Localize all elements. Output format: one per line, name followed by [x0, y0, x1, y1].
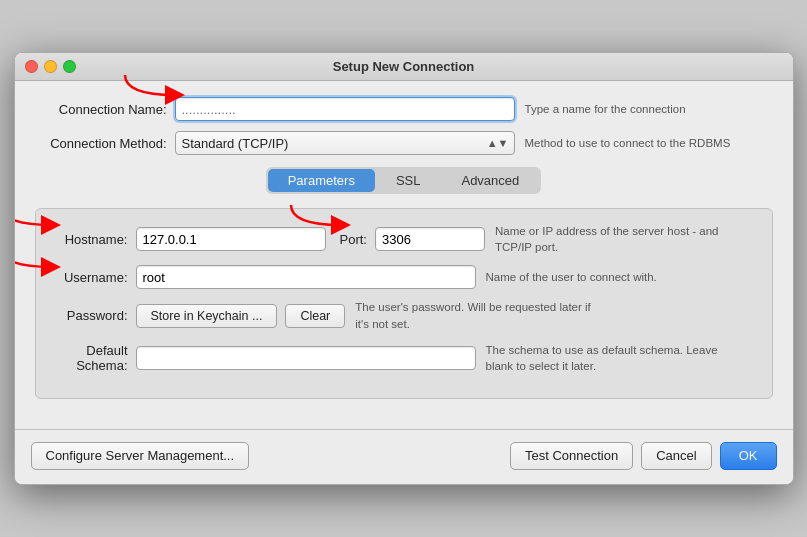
dialog-footer: Configure Server Management... Test Conn…: [15, 429, 793, 484]
connection-method-select[interactable]: Standard (TCP/IP): [175, 131, 515, 155]
main-window: Setup New Connection Connection Name: Ty…: [14, 52, 794, 485]
tab-bar: Parameters SSL Advanced: [266, 167, 542, 194]
arrow-hostname: [14, 205, 61, 235]
footer-left: Configure Server Management...: [31, 442, 250, 470]
username-input[interactable]: [136, 265, 476, 289]
connection-method-hint: Method to use to connect to the RDBMS: [525, 135, 731, 151]
tabs-container: Parameters SSL Advanced: [35, 167, 773, 194]
hostname-hint: Name or IP address of the server host - …: [495, 223, 735, 255]
port-input[interactable]: [375, 227, 485, 251]
connection-name-input[interactable]: [175, 97, 515, 121]
connection-method-label: Connection Method:: [35, 136, 175, 151]
arrow-port: [281, 205, 351, 235]
window-title: Setup New Connection: [333, 59, 475, 74]
minimize-button[interactable]: [44, 60, 57, 73]
tab-advanced[interactable]: Advanced: [441, 169, 539, 192]
password-hint: The user's password. Will be requested l…: [355, 299, 595, 331]
test-connection-button[interactable]: Test Connection: [510, 442, 633, 470]
connection-name-hint: Type a name for the connection: [525, 101, 686, 117]
dialog-content: Connection Name: Type a name for the con…: [15, 81, 793, 429]
params-section: Hostname: Port: Name or IP address of th…: [35, 208, 773, 399]
username-hint: Name of the user to connect with.: [486, 269, 657, 285]
arrow-connection-name: [115, 75, 185, 105]
traffic-lights: [25, 60, 76, 73]
default-schema-hint: The schema to use as default schema. Lea…: [486, 342, 726, 374]
arrow-username: [14, 247, 61, 277]
hostname-row: Hostname: Port: Name or IP address of th…: [46, 223, 762, 255]
cancel-button[interactable]: Cancel: [641, 442, 711, 470]
username-row: Username: Name of the user to connect wi…: [46, 265, 762, 289]
password-row: Password: Store in Keychain ... Clear Th…: [46, 299, 762, 331]
footer-right: Test Connection Cancel OK: [510, 442, 777, 470]
connection-method-wrapper: Standard (TCP/IP) ▲▼: [175, 131, 515, 155]
connection-method-row: Connection Method: Standard (TCP/IP) ▲▼ …: [35, 131, 773, 155]
default-schema-input[interactable]: [136, 346, 476, 370]
tab-ssl[interactable]: SSL: [376, 169, 441, 192]
password-label: Password:: [46, 308, 136, 323]
store-keychain-button[interactable]: Store in Keychain ...: [136, 304, 278, 328]
maximize-button[interactable]: [63, 60, 76, 73]
configure-server-button[interactable]: Configure Server Management...: [31, 442, 250, 470]
connection-name-row: Connection Name: Type a name for the con…: [35, 97, 773, 121]
default-schema-row: Default Schema: The schema to use as def…: [46, 342, 762, 374]
clear-button[interactable]: Clear: [285, 304, 345, 328]
close-button[interactable]: [25, 60, 38, 73]
ok-button[interactable]: OK: [720, 442, 777, 470]
tab-parameters[interactable]: Parameters: [268, 169, 375, 192]
default-schema-label: Default Schema:: [46, 343, 136, 373]
